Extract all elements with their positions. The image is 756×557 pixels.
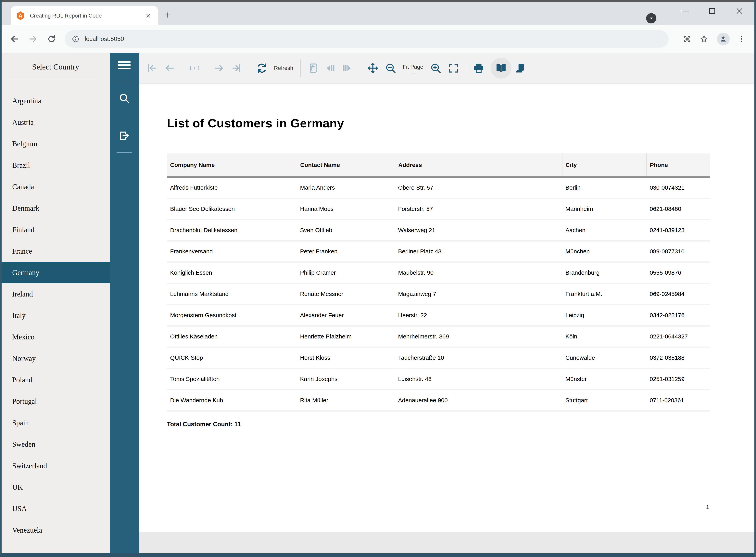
address-bar: localhost:5050 — [2, 25, 754, 53]
table-row: Alfreds FutterkisteMaria AndersObere Str… — [167, 177, 710, 198]
send-to-devices-icon[interactable] — [682, 34, 692, 44]
profile-avatar[interactable] — [717, 33, 730, 45]
zoom-mode-dropdown[interactable]: Fit Page … — [403, 64, 423, 72]
column-header: Company Name — [167, 153, 297, 177]
single-page-view-icon[interactable] — [495, 62, 507, 74]
table-row: Königlich EssenPhilip CramerMaubelstr. 9… — [167, 262, 710, 283]
history-back-icon[interactable] — [324, 62, 336, 74]
column-header: Phone — [646, 153, 710, 177]
window-close-icon[interactable] — [735, 7, 744, 15]
country-item-germany[interactable]: Germany — [2, 262, 110, 283]
minimize-icon[interactable] — [682, 11, 689, 11]
table-row: Morgenstern GesundkostAlexander FeuerHee… — [167, 304, 710, 326]
country-item-switzerland[interactable]: Switzerland — [2, 455, 110, 476]
history-forward-icon[interactable] — [342, 62, 353, 74]
print-icon[interactable] — [473, 62, 484, 74]
table-cell: Blauer See Delikatessen — [167, 198, 297, 219]
table-cell: 089-0877310 — [646, 241, 710, 262]
table-row: QUICK-StopHorst KlossTaucherstraße 10Cun… — [167, 347, 710, 369]
table-cell: Drachenblut Delikatessen — [167, 219, 297, 241]
country-item-sweden[interactable]: Sweden — [2, 434, 110, 455]
country-item-spain[interactable]: Spain — [2, 412, 110, 434]
single-page-view-active[interactable] — [491, 58, 512, 79]
browser-update-icon[interactable] — [646, 13, 656, 23]
table-cell: Peter Franken — [297, 241, 395, 262]
zoom-out-icon[interactable] — [385, 62, 396, 74]
table-cell: Taucherstraße 10 — [395, 347, 562, 369]
table-cell: Köln — [562, 326, 646, 347]
table-cell: Leipzig — [562, 304, 646, 326]
toolbar-separator — [361, 59, 361, 77]
toolbar-separator — [466, 59, 467, 77]
browser-menu-icon[interactable] — [736, 34, 747, 44]
address-input[interactable]: localhost:5050 — [65, 30, 669, 48]
search-icon[interactable] — [119, 92, 130, 104]
country-item-france[interactable]: France — [2, 240, 110, 262]
next-page-icon[interactable] — [213, 62, 224, 74]
country-sidebar: Select Country ArgentinaAustriaBelgiumBr… — [2, 53, 110, 553]
table-row: Ottilies KäseladenHenriette PfalzheimMeh… — [167, 326, 710, 347]
back-icon[interactable] — [9, 34, 20, 44]
country-item-argentina[interactable]: Argentina — [2, 90, 110, 112]
page-background-strip — [139, 532, 754, 553]
table-cell: Alfreds Futterkiste — [167, 177, 297, 198]
pan-tool-icon[interactable] — [367, 62, 379, 74]
column-header: Contact Name — [297, 153, 395, 177]
back-to-parent-report-icon[interactable] — [306, 62, 318, 74]
forward-icon[interactable] — [28, 34, 38, 44]
country-item-portugal[interactable]: Portugal — [2, 391, 110, 412]
country-item-usa[interactable]: USA — [2, 498, 110, 519]
country-item-norway[interactable]: Norway — [2, 348, 110, 369]
zoom-in-icon[interactable] — [430, 62, 442, 74]
last-page-icon[interactable] — [231, 62, 242, 74]
country-item-brazil[interactable]: Brazil — [2, 154, 110, 176]
bookmark-star-icon[interactable] — [699, 34, 709, 44]
page-counter: 1 / 1 — [189, 65, 200, 71]
table-cell: Frankenversand — [167, 241, 297, 262]
country-item-ireland[interactable]: Ireland — [2, 283, 110, 305]
report-page: List of Customers in Germany Company Nam… — [139, 84, 754, 553]
export-icon[interactable] — [119, 130, 130, 141]
table-cell: 0372-035188 — [646, 347, 710, 369]
table-cell: Ottilies Käseladen — [167, 326, 297, 347]
country-item-italy[interactable]: Italy — [2, 305, 110, 326]
refresh-icon[interactable] — [256, 62, 268, 74]
tab-bar: A Creating RDL Report in Code + — [2, 2, 754, 25]
fullscreen-icon[interactable] — [448, 62, 459, 74]
table-row: Drachenblut DelikatessenSven OttliebWals… — [167, 219, 710, 241]
maximize-icon[interactable] — [709, 8, 715, 14]
country-item-venezuela[interactable]: Venezuela — [2, 519, 110, 541]
country-item-poland[interactable]: Poland — [2, 369, 110, 391]
viewer-toolbar: 1 / 1 Refresh — [139, 53, 754, 84]
table-cell: 0251-031259 — [646, 369, 710, 390]
reload-icon[interactable] — [47, 34, 57, 44]
continuous-view-icon[interactable] — [514, 62, 526, 74]
first-page-icon[interactable] — [146, 62, 158, 74]
browser-tab[interactable]: A Creating RDL Report in Code — [11, 6, 158, 25]
previous-page-icon[interactable] — [164, 62, 175, 74]
country-item-canada[interactable]: Canada — [2, 176, 110, 198]
url-text: localhost:5050 — [85, 35, 124, 42]
country-item-mexico[interactable]: Mexico — [2, 326, 110, 348]
report-title: List of Customers in Germany — [167, 116, 710, 130]
table-cell: Henriette Pfalzheim — [297, 326, 395, 347]
sidebar-title: Select Country — [2, 62, 110, 71]
table-cell: Stuttgart — [562, 390, 646, 411]
country-item-uk[interactable]: UK — [2, 476, 110, 498]
tab-close-icon[interactable] — [144, 11, 153, 20]
table-cell: Königlich Essen — [167, 262, 297, 283]
table-cell: Heerstr. 22 — [395, 304, 562, 326]
country-item-austria[interactable]: Austria — [2, 112, 110, 133]
country-item-belgium[interactable]: Belgium — [2, 133, 110, 154]
zoom-mode-more: … — [410, 70, 416, 72]
info-icon[interactable] — [72, 35, 80, 43]
country-item-denmark[interactable]: Denmark — [2, 198, 110, 219]
country-item-finland[interactable]: Finland — [2, 219, 110, 240]
table-cell: Aachen — [562, 219, 646, 241]
refresh-label[interactable]: Refresh — [274, 65, 293, 71]
menu-icon[interactable] — [118, 61, 130, 69]
table-header-row: Company NameContact NameAddressCityPhone — [167, 153, 710, 177]
table-cell: Die Wandernde Kuh — [167, 390, 297, 411]
table-cell: Renate Messner — [297, 283, 395, 304]
new-tab-button[interactable]: + — [165, 10, 171, 20]
